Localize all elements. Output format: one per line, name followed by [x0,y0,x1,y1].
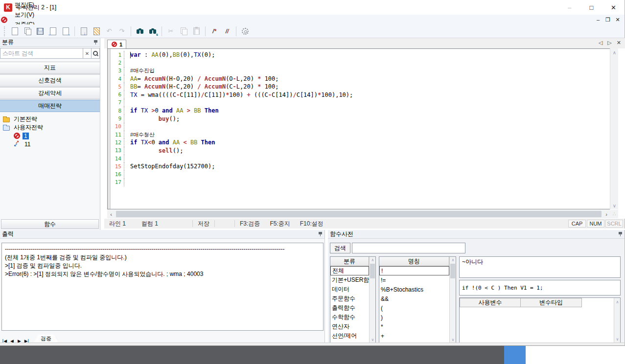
cut-icon[interactable]: ✂ [165,25,177,37]
variable-type-column-header[interactable]: 변수타입 [520,298,582,307]
function-example: if !(0 < C ) Then V1 = 1; [459,280,621,296]
mdi-minimize-button[interactable]: – [594,17,602,23]
category-item[interactable]: 전체 [330,266,369,275]
mdi-close-button[interactable]: ✕ [614,17,622,23]
clear-search-button[interactable]: ✕ [83,48,92,59]
export-formula-icon[interactable]: → [60,25,71,37]
menu-view[interactable]: 보기(V) [10,10,46,20]
scroll-left-arrow[interactable]: ‹ [107,211,115,217]
code-line: 8if TX >0 and AA > BB Then [111,107,618,114]
search-icon[interactable] [134,25,146,37]
undo-icon[interactable]: ↶ [103,25,115,37]
taskbar-item-blue[interactable] [504,346,526,364]
smart-search-input[interactable]: 스마트 검색 [0,48,83,59]
scrollbar-thumb[interactable] [370,264,375,278]
tab-scroll-right-button[interactable]: ▷ [607,40,611,46]
scroll-up-arrow[interactable]: ∧ [450,257,456,263]
name-list-scrollbar[interactable]: ∧ ∨ [449,257,456,343]
variable-table: 사용변수 변수타입 ∧ ∨ [459,297,621,343]
uncomment-icon[interactable]: // [221,25,233,37]
function-item[interactable]: ! [379,266,449,275]
search-next-icon[interactable]: s [147,25,159,37]
tab-formula-1[interactable]: 1 [107,40,126,48]
toolbar-separator [162,26,162,36]
open-file-icon[interactable] [22,25,33,37]
new-file-icon[interactable] [9,25,21,37]
used-variable-column-header[interactable]: 사용변수 [460,298,521,307]
line-number: 13 [111,147,124,154]
code-line: 4AA= AccumN(H-O,20) / AccumN(O-L,20) * 1… [111,75,618,83]
category-list-scrollbar[interactable]: ∧ ∨ [369,257,375,343]
tree-item[interactable]: 1 [3,132,100,140]
category-signal-search[interactable]: 신호검색 [0,74,100,87]
code-editor[interactable]: 1var : AA(0),BB(0),TX(0);23#매수진입4AA= Acc… [107,48,618,209]
scroll-up-arrow[interactable]: ∧ [610,48,619,56]
scroll-down-arrow[interactable]: ∨ [610,202,619,209]
editor-tab-bar: 1 ◁ ▷ ✕ [104,38,625,48]
function-item[interactable]: ( [379,303,449,313]
function-name-list[interactable]: 명칭 !!=%B+Stochastics&&()*+ ∧ ∨ [379,256,456,343]
save-icon[interactable] [34,25,46,37]
category-item[interactable]: 주문함수 [330,294,369,303]
function-item[interactable]: ) [379,313,449,322]
tree-item[interactable]: 11 [3,140,100,148]
function-item[interactable]: + [379,331,449,341]
pin-icon[interactable] [618,231,623,237]
pin-icon[interactable] [93,40,98,45]
output-log[interactable]: ----------------------------------------… [1,243,324,331]
scroll-up-arrow[interactable]: ∧ [614,298,621,306]
pin-icon[interactable] [318,231,323,237]
category-trading-strategy[interactable]: 매매전략 [0,100,100,112]
status-caps-lock: CAP [568,220,586,228]
close-button[interactable]: ✕ [602,0,625,15]
tab-close-button[interactable]: ✕ [617,40,621,46]
scrollbar-thumb[interactable] [450,264,455,278]
functions-button[interactable]: 함수 [1,219,99,229]
category-item[interactable]: 데이터 [330,285,369,294]
code-line: 17 [111,179,618,186]
scroll-down-arrow[interactable]: ∨ [614,335,621,343]
function-item[interactable]: * [379,322,449,331]
category-item[interactable]: 기본+USER함수 [330,275,369,285]
import-formula-icon[interactable]: ← [47,25,59,37]
editor-vertical-scrollbar[interactable]: ∧ ∨ [610,48,618,209]
function-item[interactable]: %B+Stochastics [379,285,449,294]
scroll-up-arrow[interactable]: ∧ [370,257,376,263]
minimize-button[interactable]: – [558,0,580,15]
function-item[interactable]: && [379,294,449,303]
line-number: 7 [111,99,124,106]
dictionary-search-button[interactable]: 검색 [330,243,350,253]
category-item[interactable]: 연산자 [330,322,369,331]
editor-horizontal-scrollbar[interactable]: ‹ › ∴ [107,210,618,218]
variable-table-scrollbar[interactable]: ∧ ∨ [614,298,620,343]
resize-grip[interactable]: ∴ [610,211,618,217]
menu-edit[interactable]: 편집(E) [10,0,46,10]
dictionary-search-input[interactable] [352,243,465,253]
comment-icon[interactable]: /* [208,25,220,37]
tree-item[interactable]: 사용자전략 [3,123,100,132]
search-button[interactable] [92,48,100,59]
paste-icon[interactable] [190,25,202,37]
category-item[interactable]: 출력함수 [330,303,369,313]
category-list[interactable]: 분류 전체기본+USER함수데이터주문함수출력함수수학함수연산자선언/제어 ∧ … [330,256,376,343]
tab-scroll-left-button[interactable]: ◁ [599,40,602,46]
function-dictionary-title: 함수사전 [330,230,353,238]
function-item[interactable]: != [379,275,449,285]
scrollbar-thumb[interactable] [116,211,602,217]
category-strength-weakness[interactable]: 강세약세 [0,87,100,99]
maximize-button[interactable]: □ [580,0,602,15]
scroll-right-arrow[interactable]: › [602,211,610,217]
mdi-restore-button[interactable]: ❐ [604,17,612,23]
category-item[interactable]: 선언/제어 [330,331,369,341]
redo-icon[interactable]: ↷ [116,25,128,37]
toolbar-grip[interactable] [4,26,6,36]
settings-gear-icon[interactable] [239,25,251,37]
category-item[interactable]: 수학함수 [330,313,369,322]
download-formula-icon[interactable]: ↓ [78,25,90,37]
tree-item[interactable]: 기본전략 [3,115,100,123]
edit-page-icon[interactable] [91,25,102,37]
copy-icon[interactable] [178,25,189,37]
line-text [124,155,130,162]
category-indicator[interactable]: 지표 [0,62,100,74]
code-area[interactable]: 1var : AA(0),BB(0),TX(0);23#매수진입4AA= Acc… [111,51,618,186]
